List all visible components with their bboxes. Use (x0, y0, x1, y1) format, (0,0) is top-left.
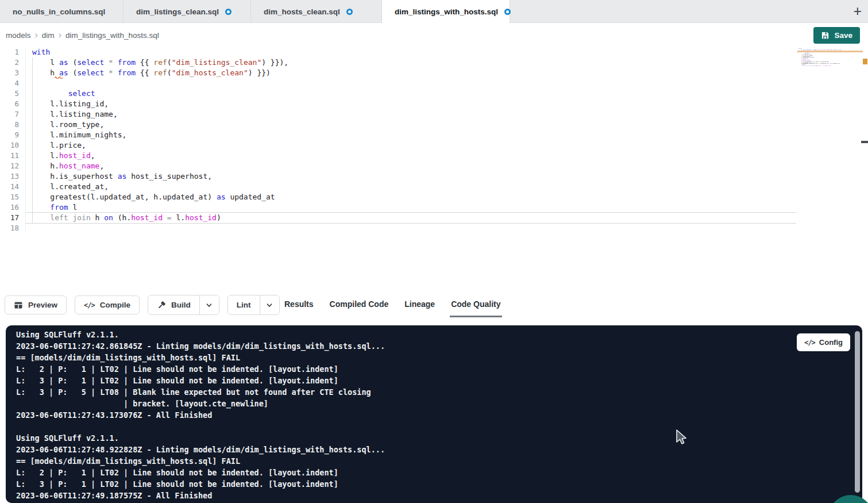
line-number: 10 (0, 140, 19, 151)
code-icon: </> (84, 301, 95, 309)
terminal-scrollbar[interactable] (855, 331, 860, 493)
panel-tab-results[interactable]: Results (284, 293, 314, 316)
terminal-line: 2023-06-06T11:27:42.861845Z - Linting mo… (16, 340, 799, 352)
dbt-ide-window: no_nulls_in_columns.sqldim_listings_clea… (0, 0, 868, 503)
editor-lines: 1with2 l as (select * from {{ ref("dim_l… (0, 47, 796, 233)
lint-label: Lint (237, 301, 251, 309)
tab-label: no_nulls_in_columns.sql (13, 7, 105, 16)
table-icon (14, 301, 23, 310)
tab-dim_listings_clean.sql[interactable]: dim_listings_clean.sql (124, 0, 251, 23)
tab-no_nulls_in_columns.sql[interactable]: no_nulls_in_columns.sql (0, 0, 124, 23)
code-line[interactable]: 15 greatest(l.updated_at, h.updated_at) … (0, 192, 796, 202)
save-label: Save (834, 31, 852, 40)
terminal-line: == [models/dim/dim_listings_with_hosts.s… (16, 352, 799, 363)
tab-label: dim_listings_clean.sql (136, 7, 219, 16)
preview-label: Preview (28, 301, 57, 309)
minimap-line (798, 66, 842, 67)
preview-button[interactable]: Preview (5, 295, 67, 314)
panel-tab-code-quality[interactable]: Code Quality (451, 293, 500, 316)
terminal-line: L: 3 | P: 5 | LT08 | Blank line expected… (16, 386, 799, 398)
line-number: 11 (0, 151, 19, 161)
code-line[interactable]: 11 l.host_id, (0, 151, 796, 161)
code-line[interactable]: 13 h.is_superhost as host_is_superhost, (0, 171, 796, 182)
breadcrumb-item: dim_listings_with_hosts.sql (65, 31, 159, 40)
save-button[interactable]: Save (813, 27, 860, 44)
lint-dropdown-button[interactable] (260, 295, 279, 314)
breadcrumb-item: dim (42, 31, 55, 40)
unsaved-indicator-icon (346, 9, 353, 15)
tab-bar: no_nulls_in_columns.sqldim_listings_clea… (0, 0, 868, 23)
line-number: 7 (0, 109, 19, 120)
chevron-down-icon (266, 302, 273, 309)
code-line[interactable]: 14 l.created_at, (0, 182, 796, 192)
tab-dim_hosts_clean.sql[interactable]: dim_hosts_clean.sql (251, 0, 382, 23)
code-line[interactable]: 7 l.listing_name, (0, 109, 796, 120)
minimap-lint-highlight (797, 51, 863, 52)
breadcrumb-item: models (6, 31, 31, 40)
line-number: 17 (0, 213, 19, 223)
unsaved-indicator-icon (225, 9, 232, 15)
panel-tabs: ResultsCompiled CodeLineageCode Quality (284, 293, 501, 316)
terminal-panel: Using SQLFluff v2.1.1.2023-06-06T11:27:4… (6, 325, 862, 503)
panel-tab-lineage[interactable]: Lineage (404, 293, 435, 316)
terminal-line: | bracket. [layout.cte_newline] (16, 398, 799, 409)
terminal-line: Using SQLFluff v2.1.1. (16, 329, 799, 340)
code-line[interactable]: 8 l.room_type, (0, 120, 796, 130)
terminal-output: Using SQLFluff v2.1.1.2023-06-06T11:27:4… (16, 329, 799, 501)
terminal-line (16, 421, 799, 432)
config-label: Config (819, 338, 843, 347)
code-line[interactable]: 12 h.host_name, (0, 161, 796, 171)
tab-list: no_nulls_in_columns.sqldim_listings_clea… (0, 0, 868, 23)
terminal-line: L: 3 | P: 1 | LT02 | Line should not be … (16, 478, 799, 490)
code-line[interactable]: 3 h as (select * from {{ ref("dim_hosts_… (0, 68, 796, 78)
terminal-line: L: 2 | P: 1 | LT02 | Line should not be … (16, 467, 799, 478)
code-icon: </> (804, 339, 815, 347)
build-dropdown-button[interactable] (199, 295, 219, 314)
terminal-line: L: 2 | P: 1 | LT02 | Line should not be … (16, 363, 799, 375)
config-button[interactable]: </> Config (797, 333, 850, 351)
new-tab-button[interactable]: + (853, 0, 862, 23)
code-line[interactable]: 18 (0, 223, 796, 233)
breadcrumb: models›dim›dim_listings_with_hosts.sql (6, 23, 159, 47)
overview-scroll-marker (861, 141, 868, 143)
terminal-line: == [models/dim/dim_listings_with_hosts.s… (16, 455, 799, 467)
line-number: 9 (0, 130, 19, 140)
compile-button[interactable]: </>Compile (75, 295, 140, 314)
overview-lint-marker (863, 59, 867, 64)
terminal-line: Using SQLFluff v2.1.1. (16, 432, 799, 444)
tab-label: dim_hosts_clean.sql (264, 7, 340, 16)
code-line[interactable]: 1with (0, 47, 796, 57)
code-line[interactable]: 4 (0, 78, 796, 89)
code-line[interactable]: 9 l.minimum_nights, (0, 130, 796, 140)
line-number: 8 (0, 120, 19, 130)
breadcrumb-separator: › (59, 30, 61, 40)
code-line[interactable]: 5 select (0, 89, 796, 99)
build-button[interactable]: Build (148, 295, 199, 314)
unsaved-indicator-icon (504, 9, 511, 15)
line-number: 6 (0, 99, 19, 109)
line-number: 3 (0, 68, 19, 78)
tab-dim_listings_with_hosts.sql[interactable]: dim_listings_with_hosts.sql (382, 0, 510, 23)
code-line[interactable]: 16 from l (0, 202, 796, 213)
build-split-button: Build (148, 295, 219, 315)
lint-button[interactable]: Lint (228, 295, 260, 314)
terminal-line: 2023-06-06T11:27:49.187575Z - All Finish… (16, 490, 799, 501)
panel-tab-compiled-code[interactable]: Compiled Code (330, 293, 389, 316)
line-number: 18 (0, 223, 19, 233)
code-editor[interactable]: 1with2 l as (select * from {{ ref("dim_l… (0, 47, 868, 293)
line-number: 2 (0, 57, 19, 68)
line-number: 14 (0, 182, 19, 192)
action-toolbar: Preview</>CompileBuildLint ResultsCompil… (0, 293, 868, 320)
lint-split-button: Lint (227, 295, 280, 315)
line-number: 4 (0, 78, 19, 89)
chevron-down-icon (206, 302, 213, 309)
lint-error-squiggle-icon (55, 76, 63, 79)
code-line[interactable]: 10 l.price, (0, 140, 796, 151)
toolbar-buttons: Preview</>CompileBuildLint (5, 295, 280, 315)
hammer-icon (157, 301, 166, 310)
line-number: 5 (0, 89, 19, 99)
code-line[interactable]: 6 l.listing_id, (0, 99, 796, 109)
code-line[interactable]: 17 left join h on (h.host_id = l.host_id… (0, 213, 796, 223)
save-icon (821, 31, 830, 40)
code-line[interactable]: 2 l as (select * from {{ ref("dim_listin… (0, 57, 796, 68)
